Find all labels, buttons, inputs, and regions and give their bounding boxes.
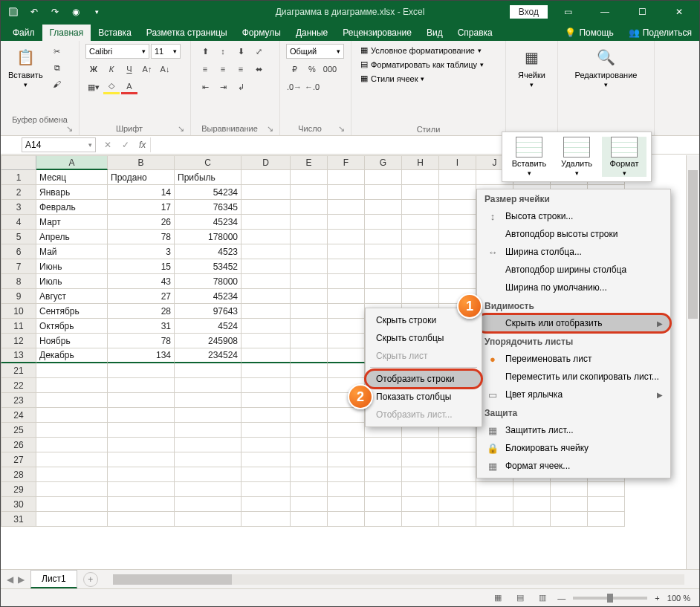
cell[interactable]: [365, 259, 402, 274]
tab-pagelayout[interactable]: Разметка страницы: [139, 25, 235, 41]
cell[interactable]: [242, 378, 291, 393]
cell[interactable]: [175, 512, 242, 527]
cell[interactable]: [365, 200, 402, 215]
row-header[interactable]: 6: [1, 244, 36, 259]
percent-icon[interactable]: %: [304, 62, 320, 77]
cell[interactable]: Июнь: [36, 259, 108, 274]
col-header[interactable]: G: [365, 155, 402, 170]
cell[interactable]: [328, 230, 365, 244]
item-autofit-row[interactable]: Автоподбор высоты строки: [477, 225, 670, 243]
launcher-icon[interactable]: ↘: [173, 124, 184, 134]
cell[interactable]: Прибыль: [175, 170, 242, 185]
col-header[interactable]: I: [439, 155, 476, 170]
cell[interactable]: Август: [36, 289, 108, 304]
view-pagebreak-icon[interactable]: ▥: [535, 591, 550, 605]
cell[interactable]: [365, 244, 402, 259]
cell[interactable]: [588, 482, 625, 497]
cell[interactable]: [328, 244, 365, 259]
row-header[interactable]: 8: [1, 274, 36, 289]
item-hide-unhide[interactable]: Скрыть или отобразить▶: [477, 314, 670, 332]
cell[interactable]: [291, 259, 328, 274]
cell[interactable]: [402, 512, 439, 527]
item-move-copy[interactable]: Переместить или скопировать лист...: [477, 368, 670, 386]
cell[interactable]: [108, 467, 175, 482]
cell[interactable]: [242, 170, 291, 185]
cell[interactable]: [365, 289, 402, 304]
col-header[interactable]: B: [108, 155, 175, 170]
cell[interactable]: 43: [108, 274, 175, 289]
cell[interactable]: [291, 378, 328, 393]
cell[interactable]: Сентябрь: [36, 304, 108, 319]
cell[interactable]: 3: [108, 244, 175, 259]
cell[interactable]: 27: [108, 289, 175, 304]
col-header[interactable]: D: [242, 155, 291, 170]
cell[interactable]: [291, 304, 328, 319]
cell[interactable]: [175, 363, 242, 378]
cell[interactable]: [365, 185, 402, 200]
save-icon[interactable]: [5, 4, 22, 20]
row-header[interactable]: 13: [1, 348, 36, 363]
cell[interactable]: [175, 393, 242, 408]
cell[interactable]: [242, 482, 291, 497]
increase-font-icon[interactable]: A↑: [139, 62, 155, 77]
horizontal-scrollbar[interactable]: [113, 574, 684, 585]
cell[interactable]: [108, 408, 175, 423]
cell[interactable]: 15: [108, 259, 175, 274]
cell[interactable]: [328, 289, 365, 304]
cell[interactable]: [328, 274, 365, 289]
cell[interactable]: [439, 259, 476, 274]
cell[interactable]: [291, 274, 328, 289]
cell[interactable]: [328, 200, 365, 215]
cell[interactable]: 53452: [175, 259, 242, 274]
cell[interactable]: [36, 482, 108, 497]
cell[interactable]: [291, 348, 328, 363]
cell[interactable]: [291, 363, 328, 378]
cell[interactable]: [365, 215, 402, 230]
cell[interactable]: [242, 244, 291, 259]
item-rename-sheet[interactable]: ●Переименовать лист: [477, 350, 670, 368]
cell[interactable]: [328, 215, 365, 230]
cell[interactable]: [108, 438, 175, 452]
borders-icon[interactable]: ▦▾: [85, 79, 102, 94]
cell[interactable]: 54234: [175, 185, 242, 200]
launcher-icon[interactable]: ↘: [334, 124, 345, 134]
cell[interactable]: [108, 512, 175, 527]
cell[interactable]: [291, 215, 328, 230]
camera-icon[interactable]: ◉: [68, 4, 84, 20]
cell[interactable]: [439, 244, 476, 259]
cell[interactable]: [108, 378, 175, 393]
cell[interactable]: [439, 467, 476, 482]
copy-icon[interactable]: ⧉: [49, 60, 65, 75]
cell[interactable]: [291, 512, 328, 527]
cell[interactable]: [36, 408, 108, 423]
cell[interactable]: 245908: [175, 334, 242, 348]
cell[interactable]: [476, 482, 513, 497]
cell[interactable]: [476, 512, 513, 527]
tab-formulas[interactable]: Формулы: [235, 25, 288, 41]
item-autofit-col[interactable]: Автоподбор ширины столбца: [477, 261, 670, 279]
view-pagelayout-icon[interactable]: ▤: [513, 591, 528, 605]
row-header[interactable]: 2: [1, 185, 36, 200]
item-hide-cols[interactable]: Скрыть столбцы: [366, 329, 482, 347]
font-size-combo[interactable]: 11▾: [151, 44, 181, 59]
cell[interactable]: [402, 452, 439, 467]
item-row-height[interactable]: ↕Высота строки...: [477, 207, 670, 225]
font-color-icon[interactable]: A: [121, 79, 137, 94]
cell[interactable]: 4524: [175, 319, 242, 334]
col-header[interactable]: H: [402, 155, 439, 170]
conditional-formatting-button[interactable]: ▦Условное форматирование▾: [357, 44, 499, 56]
sheet-nav-next-icon[interactable]: ▶: [18, 574, 25, 585]
launcher-icon[interactable]: ↘: [262, 124, 273, 134]
cell[interactable]: [402, 200, 439, 215]
cell[interactable]: [365, 170, 402, 185]
cells-button[interactable]: ▦ Ячейки▾: [512, 44, 551, 90]
cut-icon[interactable]: ✂: [49, 44, 65, 59]
cell[interactable]: [439, 452, 476, 467]
wrap-text-icon[interactable]: ↲: [233, 79, 249, 94]
cell[interactable]: Месяц: [36, 170, 108, 185]
increase-decimal-icon[interactable]: .0→: [286, 79, 302, 94]
cell[interactable]: [328, 185, 365, 200]
cell[interactable]: 78000: [175, 274, 242, 289]
launcher-icon[interactable]: ↘: [62, 124, 73, 134]
merge-icon[interactable]: ⬌: [250, 62, 267, 77]
